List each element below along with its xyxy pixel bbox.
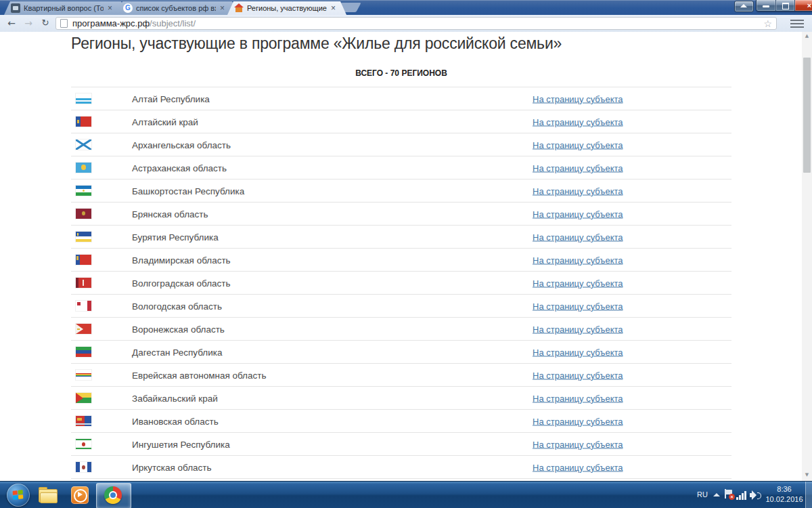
subject-page-link[interactable]: На страницу субъекта — [533, 232, 623, 242]
region-name: Бурятия Республика — [132, 232, 219, 242]
subject-page-link[interactable]: На страницу субъекта — [533, 393, 623, 403]
tray-clock[interactable]: 8:36 10.02.2016 — [763, 484, 805, 505]
titlebar-extra-button[interactable] — [734, 1, 754, 12]
network-signal-icon[interactable] — [736, 491, 747, 500]
region-flag-icon — [76, 186, 91, 196]
region-name: Волгоградская область — [132, 278, 231, 288]
region-row: Астраханская областьНа страницу субъекта — [71, 156, 731, 179]
region-name: Владимирская область — [132, 255, 231, 265]
subject-page-link[interactable]: На страницу субъекта — [533, 209, 623, 219]
windows-logo-icon — [13, 490, 24, 501]
scrollbar[interactable]: ▲ ▼ — [802, 32, 812, 481]
region-flag-icon — [76, 278, 91, 288]
subject-page-link[interactable]: На страницу субъекта — [533, 140, 623, 150]
subject-page-link[interactable]: На страницу субъекта — [533, 301, 623, 311]
subject-page-link[interactable]: На страницу субъекта — [533, 462, 623, 472]
house-body-icon — [235, 7, 242, 12]
minimize-button[interactable] — [757, 0, 775, 11]
subject-page-link[interactable]: На страницу субъекта — [533, 370, 623, 380]
subject-page-link[interactable]: На страницу субъекта — [533, 93, 623, 104]
region-name: Забайкальский край — [132, 393, 218, 403]
tray-date: 10.02.2016 — [763, 494, 805, 505]
google-g: G — [123, 3, 133, 13]
region-flag-icon — [76, 255, 91, 265]
action-center-flag-icon[interactable]: × — [724, 489, 734, 500]
close-tab-icon[interactable]: × — [330, 3, 337, 13]
chrome-taskbar-button[interactable] — [96, 483, 131, 508]
subject-page-link[interactable]: На страницу субъекта — [533, 347, 623, 357]
house-favicon — [234, 3, 244, 13]
maximize-button[interactable] — [775, 0, 795, 11]
region-row: Еврейская автономная областьНа страницу … — [71, 364, 731, 387]
region-flag-icon — [76, 209, 91, 219]
subject-page-link[interactable]: На страницу субъекта — [533, 416, 623, 426]
subject-page-link[interactable]: На страницу субъекта — [533, 278, 623, 288]
region-row: Иркутская областьНа страницу субъекта — [71, 456, 731, 479]
volume-icon[interactable] — [750, 490, 761, 499]
tab-title: список субъектов рф вхо — [136, 4, 216, 12]
region-row: Владимирская областьНа страницу субъекта — [71, 249, 731, 272]
region-name: Алтайский край — [132, 117, 198, 127]
region-row: Ивановская областьНа страницу субъекта — [71, 410, 731, 433]
start-button[interactable] — [7, 484, 30, 507]
alert-badge: × — [729, 494, 735, 500]
region-name: Брянская область — [132, 209, 208, 219]
subject-page-link[interactable]: На страницу субъекта — [533, 324, 623, 334]
show-desktop-button[interactable] — [805, 482, 812, 508]
url-path: /subject/list/ — [150, 18, 196, 28]
play-icon — [78, 492, 83, 497]
menu-icon[interactable] — [790, 20, 804, 28]
region-name: Иркутская область — [132, 462, 212, 472]
language-indicator[interactable]: RU — [694, 490, 710, 499]
image-thumb-icon — [13, 6, 18, 10]
tray-time: 8:36 — [763, 484, 805, 494]
back-button[interactable]: ← — [4, 16, 19, 30]
region-name: Ингушетия Республика — [132, 439, 230, 449]
subject-page-link[interactable]: На страницу субъекта — [533, 186, 623, 196]
tab-title: Регионы, участвующие в — [247, 4, 327, 12]
region-row: Брянская областьНа страницу субъекта — [71, 203, 731, 226]
subject-page-link[interactable]: На страницу субъекта — [533, 117, 623, 127]
subject-page-link[interactable]: На страницу субъекта — [533, 255, 623, 265]
region-row: Алтай РеспубликаНа страницу субъекта — [71, 87, 731, 110]
scroll-down-icon[interactable]: ▼ — [802, 471, 812, 480]
forward-button[interactable]: → — [21, 16, 36, 30]
tray-expand-icon[interactable] — [713, 493, 720, 496]
reload-button[interactable]: ↻ — [38, 16, 53, 30]
explorer-taskbar-button[interactable] — [38, 486, 58, 505]
bookmark-star-icon[interactable]: ☆ — [763, 18, 772, 29]
chrome-icon — [104, 486, 122, 504]
browser-tab[interactable]: Регионы, участвующие в× — [227, 1, 346, 15]
close-window-icon: × — [795, 1, 812, 10]
reload-icon: ↻ — [42, 18, 49, 28]
close-button[interactable]: × — [795, 0, 812, 11]
region-row: Ингушетия РеспубликаНа страницу субъекта — [71, 433, 731, 456]
tab-title: Квартирный вопрос (Топ — [24, 4, 104, 12]
region-name: Архангельская область — [132, 140, 231, 150]
subject-page-link[interactable]: На страницу субъекта — [533, 439, 623, 449]
region-name: Еврейская автономная область — [132, 370, 266, 380]
region-flag-icon — [76, 140, 91, 150]
scroll-up-icon[interactable]: ▲ — [802, 32, 812, 41]
region-row: Бурятия РеспубликаНа страницу субъекта — [71, 226, 731, 249]
region-name: Воронежская область — [132, 324, 225, 334]
region-row: Забайкальский крайНа страницу субъекта — [71, 387, 731, 410]
region-flag-icon — [76, 439, 91, 449]
tab-strip: × Квартирный вопрос (Топ×Gсписок субъект… — [0, 0, 812, 15]
region-name: Вологодская область — [132, 301, 222, 311]
region-row: Вологодская областьНа страницу субъекта — [71, 295, 731, 318]
maximize-icon — [782, 3, 789, 9]
browser-tab[interactable]: Квартирный вопрос (Топ× — [4, 1, 127, 15]
address-bar[interactable]: программа-жрс.рф/subject/list/ ☆ — [55, 17, 777, 30]
region-flag-icon — [76, 93, 91, 104]
media-player-taskbar-button[interactable] — [70, 486, 91, 505]
scrollbar-thumb[interactable] — [803, 58, 811, 173]
subject-page-link[interactable]: На страницу субъекта — [533, 163, 623, 173]
close-tab-icon[interactable]: × — [106, 3, 114, 13]
minimize-icon — [763, 5, 769, 7]
browser-tab[interactable]: Gсписок субъектов рф вхо× — [116, 1, 238, 15]
region-name: Астраханская область — [132, 163, 227, 173]
taskbar: RU × 8:36 10.02.2016 — [0, 481, 812, 508]
region-name: Дагестан Республика — [132, 347, 222, 357]
close-tab-icon[interactable]: × — [219, 3, 226, 13]
